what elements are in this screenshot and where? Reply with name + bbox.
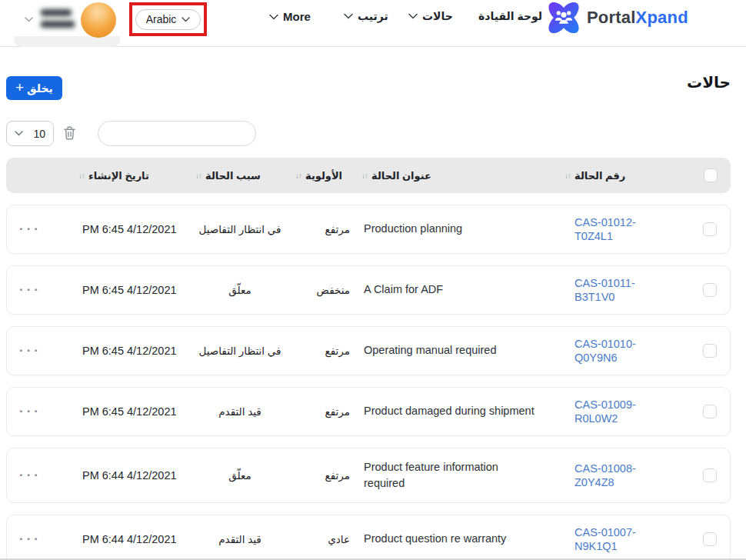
case-title: Product question re warranty: [356, 531, 558, 547]
page-title: حالات: [687, 73, 731, 92]
language-highlight-box: Arabic: [129, 2, 207, 36]
row-actions-button[interactable]: ···: [19, 344, 42, 357]
case-number-link[interactable]: CAS-01012-T0Z4L1: [574, 216, 636, 242]
page-size-value: 10: [33, 128, 45, 140]
nav-sort-label: ترتيب: [358, 10, 388, 22]
row-checkbox[interactable]: [703, 532, 717, 546]
column-header-priority[interactable]: الأولوية ↑↓: [289, 170, 355, 182]
chevron-down-icon: [269, 14, 278, 20]
row-actions-button[interactable]: ···: [19, 468, 42, 482]
case-number-link[interactable]: CAS-01007-N9K1Q1: [574, 526, 636, 552]
table-row: CAS-01009-R0L0W2 Product damaged during …: [6, 387, 731, 436]
sort-icon[interactable]: ↑↓: [564, 172, 571, 180]
case-title: A Claim for ADF: [356, 282, 558, 298]
case-number-link[interactable]: CAS-01008-Z0Y4Z8: [574, 462, 636, 488]
cases-table: رقم الحالة ↑↓ عنوان الحالة ↑↓ الأولوية ↑…: [6, 158, 731, 560]
case-created-date: PM 6:45 4/12/2021: [73, 405, 190, 418]
case-title: Production planning: [356, 221, 558, 237]
case-priority: مرتفع: [290, 223, 356, 235]
search-input[interactable]: [114, 128, 253, 140]
nav-more-label: More: [283, 10, 311, 23]
create-button-label: يخلق: [27, 82, 53, 95]
row-checkbox[interactable]: [703, 344, 717, 358]
case-number-link[interactable]: CAS-01011-B3T1V0: [574, 277, 635, 303]
table-row: CAS-01008-Z0Y4Z8 Product feature informa…: [6, 448, 731, 503]
case-reason: معلّق: [190, 284, 290, 296]
chevron-down-icon: [408, 13, 418, 19]
brand-logo[interactable]: PortalXpand: [548, 2, 688, 34]
sort-icon[interactable]: ↑↓: [295, 172, 301, 180]
language-selector[interactable]: Arabic: [135, 9, 201, 30]
case-number-link[interactable]: CAS-01009-R0L0W2: [574, 398, 636, 425]
row-checkbox[interactable]: [703, 405, 717, 418]
row-actions-button[interactable]: ···: [19, 405, 42, 418]
sort-icon[interactable]: ↑↓: [195, 172, 201, 180]
brand-wordmark: PortalXpand: [587, 8, 688, 28]
case-reason: في انتظار التفاصيل: [190, 345, 290, 357]
avatar[interactable]: [81, 2, 116, 38]
delete-button[interactable]: [62, 125, 77, 141]
row-actions-button[interactable]: ···: [19, 283, 42, 296]
case-reason: قيد التقدم: [190, 533, 290, 545]
chevron-down-icon[interactable]: [25, 17, 33, 22]
case-reason: معلّق: [190, 469, 290, 482]
case-reason: في انتظار التفاصيل: [190, 223, 290, 235]
trash-icon: [62, 125, 77, 141]
case-created-date: PM 6:44 4/12/2021: [73, 533, 190, 545]
select-all-checkbox[interactable]: [704, 168, 718, 182]
column-header-case-reason[interactable]: سبب الحالة ↑↓: [189, 170, 289, 182]
case-priority: مرتفع: [290, 469, 356, 482]
column-header-created-date[interactable]: تاريخ الإنشاء ↑↓: [72, 170, 189, 182]
case-priority: مرتفع: [290, 345, 356, 357]
case-reason: قيد التقدم: [190, 405, 290, 418]
case-priority: منخفض: [290, 284, 356, 296]
chevron-down-icon: [182, 17, 190, 22]
column-header-case-number[interactable]: رقم الحالة ↑↓: [558, 170, 691, 182]
nav-cases-label: حالات: [422, 10, 453, 22]
table-row: CAS-01010-Q0Y9N6 Operating manual requir…: [6, 326, 731, 375]
table-row: CAS-01011-B3T1V0 A Claim for ADF منخفض م…: [6, 265, 731, 315]
language-label: Arabic: [146, 13, 177, 25]
page-size-select[interactable]: 10: [6, 121, 54, 146]
nav-dashboard-label: لوحة القيادة: [478, 10, 542, 22]
case-priority: عادي: [290, 533, 356, 545]
nav-more[interactable]: More: [269, 10, 311, 23]
portalxpand-logo-icon: [548, 2, 580, 34]
search-box: [98, 121, 256, 146]
table-header-row: رقم الحالة ↑↓ عنوان الحالة ↑↓ الأولوية ↑…: [6, 158, 731, 193]
case-title: Product feature information required: [356, 459, 558, 492]
create-button[interactable]: + يخلق: [6, 76, 62, 100]
nav-dashboard[interactable]: لوحة القيادة: [478, 10, 542, 22]
row-checkbox[interactable]: [703, 468, 717, 482]
row-checkbox[interactable]: [703, 283, 717, 297]
case-title: Product damaged during shipment: [356, 403, 558, 419]
case-priority: مرتفع: [290, 405, 356, 418]
user-menu-highlight: [14, 36, 120, 47]
nav-sort[interactable]: ترتيب: [344, 10, 388, 22]
user-name-redacted[interactable]: [41, 9, 75, 32]
nav-cases[interactable]: حالات: [408, 10, 453, 22]
case-created-date: PM 6:44 4/12/2021: [73, 469, 190, 482]
sort-icon[interactable]: ↑↓: [78, 172, 85, 180]
plus-icon: +: [15, 80, 24, 95]
case-number-link[interactable]: CAS-01010-Q0Y9N6: [574, 338, 636, 364]
column-header-case-title[interactable]: عنوان الحالة ↑↓: [355, 170, 558, 182]
chevron-down-icon: [344, 13, 353, 19]
sort-icon[interactable]: ↑↓: [361, 172, 368, 180]
case-created-date: PM 6:45 4/12/2021: [73, 223, 190, 235]
table-row: CAS-01012-T0Z4L1 Production planning مرت…: [6, 205, 731, 254]
case-created-date: PM 6:45 4/12/2021: [73, 345, 190, 357]
table-row: CAS-01007-N9K1Q1 Product question re war…: [6, 515, 731, 560]
chevron-down-icon: [15, 131, 23, 136]
row-actions-button[interactable]: ···: [19, 532, 42, 545]
row-actions-button[interactable]: ···: [19, 222, 42, 235]
topbar: Arabic More ترتيب حالات لوحة القيادة: [0, 0, 746, 47]
case-created-date: PM 6:45 4/12/2021: [73, 284, 190, 296]
case-title: Operating manual required: [356, 342, 558, 358]
row-checkbox[interactable]: [703, 222, 717, 236]
